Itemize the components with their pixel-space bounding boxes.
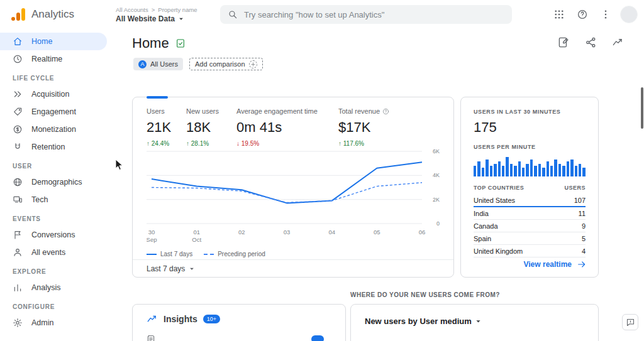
customize-report-icon[interactable] <box>558 36 570 48</box>
header-actions <box>550 0 638 29</box>
info-icon[interactable] <box>382 108 389 115</box>
breadcrumb-separator: > <box>152 6 155 13</box>
sidebar-item-label: Admin <box>31 318 53 327</box>
metric-users[interactable]: Users 21K ↑ 24.4% <box>147 107 186 147</box>
logo-dot <box>11 17 15 21</box>
svg-text:30: 30 <box>148 229 155 235</box>
insights-icon[interactable] <box>612 36 624 48</box>
property-selector-label: All Website Data <box>116 14 175 23</box>
page-actions <box>558 36 624 48</box>
metric-delta: ↑ 117.6% <box>338 140 389 147</box>
sidebar-item-admin[interactable]: Admin <box>0 314 107 332</box>
sidebar-item-all-events[interactable]: All events <box>0 244 107 261</box>
sidebar-item-home[interactable]: Home <box>0 33 107 50</box>
sidebar-section-label: LIFE CYCLE <box>0 68 116 85</box>
report-snapshot-icon <box>175 38 186 48</box>
more-options-button[interactable] <box>597 6 614 23</box>
engagement-icon <box>13 107 23 117</box>
app-header: Analytics All Accounts > Property name A… <box>0 0 644 29</box>
users-per-minute-bar <box>526 164 528 176</box>
help-icon <box>577 9 588 20</box>
add-comparison-chip[interactable]: Add comparison <box>189 58 263 70</box>
metric-label: Average engagement time <box>236 107 338 115</box>
property-selector[interactable]: All Website Data <box>116 14 197 23</box>
feedback-button[interactable] <box>622 314 638 330</box>
sidebar-item-label: Monetization <box>31 125 76 134</box>
all-users-chip[interactable]: A All Users <box>133 58 183 70</box>
svg-text:03: 03 <box>284 229 291 235</box>
sidebar-item-label: Home <box>31 37 52 46</box>
metric-total-revenue[interactable]: Total revenue $17K ↑ 117.6% <box>338 107 389 147</box>
svg-text:04: 04 <box>328 229 335 235</box>
country-row[interactable]: India11 <box>474 207 586 220</box>
metric-avg-engagement-time[interactable]: Average engagement time 0m 41s ↓ 19.5% <box>236 107 338 147</box>
sidebar-item-demographics[interactable]: Demographics <box>0 173 107 191</box>
svg-text:02: 02 <box>238 229 245 235</box>
users-per-minute-bar <box>518 161 521 176</box>
breadcrumb-property: Property name <box>158 6 197 13</box>
metric-new-users[interactable]: New users 18K ↑ 28.1% <box>186 107 236 147</box>
page-scrollbar[interactable] <box>641 87 643 129</box>
users-per-minute-bar <box>482 168 484 176</box>
users-per-minute-bar <box>490 166 492 176</box>
search-input[interactable] <box>244 10 504 19</box>
metric-value: $17K <box>338 119 389 136</box>
account-property-block: All Accounts > Property name All Website… <box>116 6 197 23</box>
date-range-selector[interactable]: Last 7 days <box>133 259 453 277</box>
sidebar-item-analysis[interactable]: Analysis <box>0 279 107 296</box>
country-row[interactable]: Canada9 <box>474 220 586 232</box>
realtime-icon <box>13 54 23 64</box>
insights-title: Insights <box>164 314 197 324</box>
sidebar-item-engagement[interactable]: Engagement <box>0 103 107 121</box>
insight-item-icon <box>147 335 155 341</box>
country-row[interactable]: United States107 <box>474 194 586 207</box>
retention-icon <box>13 142 23 152</box>
svg-text:4K: 4K <box>433 172 440 178</box>
sidebar-section-label: EVENTS <box>0 208 116 226</box>
analytics-logo[interactable]: Analytics <box>0 8 116 21</box>
chart-legend: Last 7 days Preceding period <box>147 251 265 257</box>
apps-grid-button[interactable] <box>550 6 568 23</box>
users-per-minute-bar <box>562 166 565 176</box>
help-button[interactable] <box>574 6 591 23</box>
metric-value: 21K <box>147 119 186 136</box>
sidebar-item-monetization[interactable]: Monetization <box>0 121 107 138</box>
arrow-right-icon <box>577 259 587 269</box>
chevron-down-icon <box>187 264 196 273</box>
users-line-chart[interactable]: 02K4K6K30Sep01Oct0203040506 <box>147 148 441 246</box>
metrics-row: Users 21K ↑ 24.4% New users 18K ↑ 28.1% … <box>147 107 389 147</box>
sidebar-item-label: Engagement <box>31 107 76 116</box>
sidebar-item-retention[interactable]: Retention <box>0 138 107 156</box>
insights-header[interactable]: Insights 10+ <box>147 313 331 325</box>
country-row[interactable]: United Kingdom4 <box>474 245 586 257</box>
user-avatar[interactable] <box>620 6 638 23</box>
feedback-icon <box>626 318 635 327</box>
svg-text:0: 0 <box>436 220 440 227</box>
sidebar-section-label: CONFIGURE <box>0 296 116 314</box>
sidebar-item-label: Realtime <box>31 55 62 63</box>
users-per-minute-bar <box>547 161 549 176</box>
new-users-dimension-selector[interactable]: New users by User medium <box>365 317 584 326</box>
sidebar-item-conversions[interactable]: Conversions <box>0 226 107 244</box>
view-realtime-label: View realtime <box>524 260 572 269</box>
analytics-logo-icon <box>11 8 26 21</box>
share-icon[interactable] <box>585 36 597 48</box>
metric-delta: ↓ 19.5% <box>236 140 338 147</box>
view-realtime-link[interactable]: View realtime <box>524 259 587 269</box>
search-bar[interactable] <box>220 5 512 24</box>
country-users: 9 <box>582 222 586 230</box>
country-row[interactable]: Spain5 <box>474 232 586 245</box>
svg-text:Sep: Sep <box>147 236 157 243</box>
conversions-icon <box>13 230 23 240</box>
add-comparison-label: Add comparison <box>195 60 245 68</box>
users-per-minute-chart[interactable] <box>474 155 586 176</box>
demographics-icon <box>13 177 23 187</box>
metric-value: 0m 41s <box>236 119 338 136</box>
sidebar-item-acquisition[interactable]: Acquisition <box>0 85 107 103</box>
sidebar-item-tech[interactable]: Tech <box>0 191 107 208</box>
insight-list-item[interactable] <box>147 335 331 341</box>
users-per-minute-bar <box>522 168 525 176</box>
metric-delta: ↑ 24.4% <box>147 140 186 147</box>
sidebar-item-realtime[interactable]: Realtime <box>0 50 107 68</box>
users-per-minute-bar <box>554 160 557 176</box>
